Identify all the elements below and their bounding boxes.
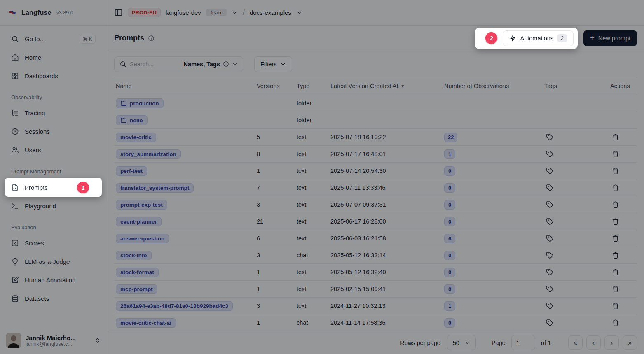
table-row[interactable]: mcp-prompt1text2025-02-15 15:09:410 bbox=[114, 281, 637, 298]
table-row[interactable]: stock-info3chat2025-05-12 16:33:140 bbox=[114, 247, 637, 264]
tag-button[interactable] bbox=[544, 165, 555, 176]
delete-button[interactable] bbox=[610, 165, 621, 176]
table-row[interactable]: prompt-exp-test3text2025-07-07 09:37:310 bbox=[114, 196, 637, 213]
sidebar-item-playground[interactable]: Playground bbox=[5, 197, 102, 215]
tag-button[interactable] bbox=[544, 300, 555, 311]
last-page-button[interactable]: » bbox=[623, 335, 637, 350]
sidebar-item-home[interactable]: Home bbox=[5, 48, 102, 67]
prompt-name-badge[interactable]: event-planner bbox=[116, 217, 162, 226]
prompt-name-badge[interactable]: translator_system-prompt bbox=[116, 183, 194, 193]
sidebar-item-dashboards[interactable]: Dashboards bbox=[5, 67, 102, 85]
rows-per-page-select[interactable]: 50 bbox=[447, 335, 476, 350]
project-name[interactable]: docs-examples bbox=[250, 9, 291, 16]
cell-observations: 0 bbox=[443, 200, 543, 210]
cell-observations: 0 bbox=[443, 183, 543, 193]
delete-button[interactable] bbox=[610, 149, 621, 159]
prompt-name-badge[interactable]: stock-format bbox=[116, 268, 159, 277]
sidebar-toggle-icon[interactable] bbox=[114, 8, 123, 17]
environment-badge[interactable]: PROD-EU bbox=[128, 8, 161, 17]
delete-button[interactable] bbox=[610, 317, 621, 328]
prompt-name-badge[interactable]: perf-test bbox=[116, 166, 147, 176]
table-row[interactable]: productionfolder bbox=[114, 95, 637, 112]
sidebar-item-scores[interactable]: Scores bbox=[5, 234, 102, 252]
pagination-bar: Rows per page 50 Page of 1 « ‹ › » bbox=[107, 331, 644, 354]
prompt-name-badge[interactable]: story_summarization bbox=[116, 149, 181, 159]
delete-button[interactable] bbox=[610, 199, 621, 210]
prompt-name-badge[interactable]: movie-critic bbox=[116, 133, 156, 142]
table-header-row: Name Versions Type Latest Version Create… bbox=[114, 77, 637, 95]
tag-button[interactable] bbox=[544, 182, 555, 193]
tag-button[interactable] bbox=[544, 267, 555, 277]
org-chevron-down-icon[interactable] bbox=[232, 9, 238, 16]
user-menu[interactable]: Jannik Maierho... jannik@langfuse.c... bbox=[0, 328, 107, 354]
prev-page-button[interactable]: ‹ bbox=[586, 335, 601, 350]
prompt-name-badge[interactable]: movie-critic-chat-ai bbox=[116, 318, 176, 328]
table-row[interactable]: answer-question6text2025-06-03 16:21:586 bbox=[114, 230, 637, 247]
new-prompt-button[interactable]: + New prompt bbox=[583, 30, 637, 46]
search-scope-selector[interactable]: Names, Tags bbox=[184, 61, 238, 68]
pen-square-icon bbox=[11, 276, 19, 284]
prompt-name-badge[interactable]: hello bbox=[116, 115, 148, 125]
page-number-input[interactable] bbox=[511, 335, 535, 350]
tag-button[interactable] bbox=[544, 199, 555, 210]
prompt-name-badge[interactable]: answer-question bbox=[116, 234, 169, 243]
tag-button[interactable] bbox=[544, 216, 555, 227]
prompt-name-badge[interactable]: 26a61a94-e3ab-48d7-81e0-13b929bad4c3 bbox=[116, 301, 233, 311]
table-row[interactable]: story_summarization8text2025-07-17 16:48… bbox=[114, 146, 637, 163]
sidebar-item-llm-judge[interactable]: LLM-as-a-Judge bbox=[5, 252, 102, 271]
observations-count-badge: 6 bbox=[444, 234, 455, 243]
automations-label: Automations bbox=[520, 35, 553, 42]
project-chevron-down-icon[interactable] bbox=[296, 9, 302, 16]
cell-tags bbox=[543, 317, 609, 328]
table-row[interactable]: movie-critic5text2025-07-18 16:10:2222 bbox=[114, 129, 637, 146]
column-header-versions[interactable]: Versions bbox=[255, 83, 295, 89]
column-header-tags[interactable]: Tags bbox=[543, 83, 609, 89]
delete-button[interactable] bbox=[610, 267, 621, 277]
delete-button[interactable] bbox=[610, 182, 621, 193]
delete-button[interactable] bbox=[610, 284, 621, 294]
next-page-button[interactable]: › bbox=[604, 335, 619, 350]
delete-button[interactable] bbox=[610, 300, 621, 311]
tag-button[interactable] bbox=[544, 233, 555, 244]
prompt-name-badge[interactable]: mcp-prompt bbox=[116, 284, 157, 294]
tag-button[interactable] bbox=[544, 132, 555, 142]
tag-button[interactable] bbox=[544, 250, 555, 261]
sidebar-item-tracing[interactable]: Tracing bbox=[5, 104, 102, 122]
sidebar-item-prompts[interactable]: Prompts 1 bbox=[5, 178, 102, 197]
column-header-name[interactable]: Name bbox=[114, 83, 255, 89]
filters-button[interactable]: Filters bbox=[254, 56, 292, 72]
column-header-type[interactable]: Type bbox=[295, 83, 329, 89]
table-row[interactable]: stock-format1text2025-05-12 16:32:400 bbox=[114, 264, 637, 281]
sidebar-item-human-annotation[interactable]: Human Annotation bbox=[5, 271, 102, 289]
table-row[interactable]: perf-test1text2025-07-14 20:54:300 bbox=[114, 163, 637, 179]
automations-button[interactable]: Automations 2 bbox=[503, 30, 574, 46]
delete-button[interactable] bbox=[610, 233, 621, 244]
column-header-created[interactable]: Latest Version Created At ▼ bbox=[329, 83, 443, 89]
tag-button[interactable] bbox=[544, 149, 555, 159]
sidebar-item-users[interactable]: Users bbox=[5, 141, 102, 159]
table-row[interactable]: translator_system-prompt7text2025-07-11 … bbox=[114, 179, 637, 196]
delete-button[interactable] bbox=[610, 216, 621, 227]
chevrons-up-down-icon bbox=[94, 337, 101, 344]
sidebar-item-datasets[interactable]: Datasets bbox=[5, 289, 102, 308]
table-row[interactable]: 26a61a94-e3ab-48d7-81e0-13b929bad4c33tex… bbox=[114, 298, 637, 314]
table-row[interactable]: movie-critic-chat-ai1chat2024-11-14 17:5… bbox=[114, 314, 637, 331]
info-icon[interactable] bbox=[148, 35, 155, 42]
search-input[interactable] bbox=[130, 61, 180, 68]
table-row[interactable]: event-planner21text2025-06-17 16:28:000 bbox=[114, 213, 637, 230]
trash-icon bbox=[612, 268, 619, 276]
prompt-name-badge[interactable]: stock-info bbox=[116, 251, 152, 260]
sidebar-item-sessions[interactable]: Sessions bbox=[5, 122, 102, 141]
delete-button[interactable] bbox=[610, 132, 621, 142]
sidebar-item-goto[interactable]: Go to... ⌘ K bbox=[5, 30, 102, 48]
tag-button[interactable] bbox=[544, 284, 555, 294]
delete-button[interactable] bbox=[610, 250, 621, 261]
org-name[interactable]: langfuse-dev bbox=[166, 9, 201, 16]
prompt-name-badge[interactable]: prompt-exp-test bbox=[116, 200, 167, 210]
table-row[interactable]: hellofolder bbox=[114, 112, 637, 129]
prompt-name-badge[interactable]: production bbox=[116, 98, 164, 108]
automations-count-badge: 2 bbox=[557, 34, 567, 42]
first-page-button[interactable]: « bbox=[568, 335, 583, 350]
column-header-observations[interactable]: Number of Observations bbox=[443, 83, 543, 89]
tag-button[interactable] bbox=[544, 317, 555, 328]
